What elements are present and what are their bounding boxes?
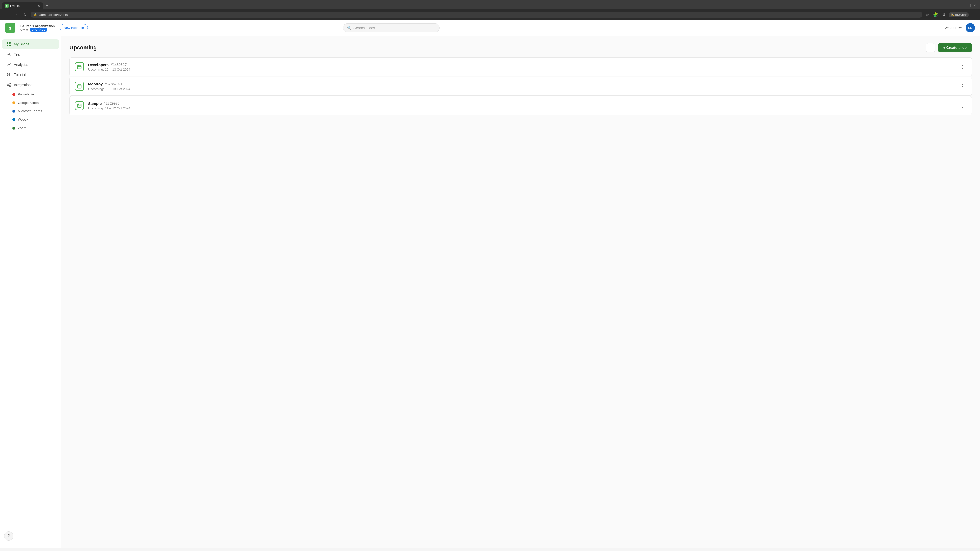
user-avatar[interactable]: LD [966, 23, 975, 32]
event-info: Sample #2329970 Upcoming: 11 – 12 Oct 20… [88, 101, 954, 110]
sidebar-item-team[interactable]: Team [2, 49, 59, 59]
svg-point-6 [8, 53, 10, 54]
back-button[interactable]: ← [3, 11, 10, 18]
powerpoint-dot [12, 93, 15, 96]
content-header: Upcoming + Create slido [69, 43, 972, 52]
new-interface-button[interactable]: New interface [60, 24, 88, 31]
tab-favicon: S [5, 4, 9, 8]
minimize-button[interactable]: — [960, 3, 964, 8]
zoom-label: Zoom [18, 126, 26, 130]
incognito-badge: 🕵 Incognito [948, 12, 969, 17]
tutorials-icon [6, 73, 11, 77]
address-text: admin.sli.do/events [39, 13, 68, 17]
grid-icon [6, 42, 11, 46]
download-button[interactable]: ⬇ [941, 11, 947, 18]
new-tab-button[interactable]: + [44, 2, 51, 10]
svg-rect-3 [9, 42, 11, 44]
google-slides-dot [12, 101, 15, 104]
browser-controls: ← → ↻ 🔒 admin.sli.do/events ☆ 🧩 ⬇ 🕵 Inco… [0, 10, 980, 20]
search-input[interactable] [353, 26, 435, 30]
event-name-row: Sample #2329970 [88, 101, 954, 106]
app-container: s Lauren's organization Owner UPGRADE Ne… [0, 20, 980, 548]
chrome-menu-button[interactable]: ⋮ [971, 11, 977, 18]
sidebar-item-label: Tutorials [14, 73, 27, 77]
forward-button[interactable]: → [12, 11, 19, 18]
table-row[interactable]: Sample #2329970 Upcoming: 11 – 12 Oct 20… [69, 96, 972, 115]
event-date: Upcoming: 11 – 12 Oct 2024 [88, 106, 954, 110]
webex-dot [12, 118, 15, 121]
header-search: 🔍 [343, 24, 440, 32]
event-info: Moodoy #37867021 Upcoming: 10 – 13 Oct 2… [88, 82, 954, 91]
browser-tab[interactable]: S Events × [2, 2, 43, 10]
event-name-row: Moodoy #37867021 [88, 82, 954, 86]
content-actions: + Create slido [926, 43, 972, 52]
tab-title: Events [10, 4, 36, 8]
svg-point-9 [10, 86, 11, 87]
event-name: Moodoy [88, 82, 103, 86]
event-calendar-icon [75, 82, 84, 91]
sidebar-item-google-slides[interactable]: Google Slides [2, 99, 59, 106]
create-slido-button[interactable]: + Create slido [938, 43, 972, 52]
sidebar-item-integrations[interactable]: Integrations [2, 80, 59, 90]
help-button[interactable]: ? [4, 531, 13, 540]
svg-line-11 [8, 85, 10, 86]
reload-button[interactable]: ↻ [21, 11, 29, 18]
slido-logo-icon: s [5, 23, 15, 33]
event-more-button[interactable]: ⋮ [958, 63, 966, 71]
sidebar-item-powerpoint[interactable]: PowerPoint [2, 90, 59, 98]
svg-point-8 [10, 83, 11, 84]
microsoft-teams-label: Microsoft Teams [18, 109, 42, 113]
analytics-icon [6, 62, 11, 67]
bookmark-button[interactable]: ☆ [924, 11, 930, 18]
tab-close-button[interactable]: × [38, 4, 40, 8]
integrations-icon [6, 83, 11, 87]
event-list: Developers #1480327 Upcoming: 10 – 13 Oc… [69, 57, 972, 115]
extensions-button[interactable]: 🧩 [932, 11, 939, 18]
event-id: #1480327 [111, 62, 127, 67]
event-name: Developers [88, 62, 109, 67]
event-more-button[interactable]: ⋮ [958, 102, 966, 110]
sidebar-item-tutorials[interactable]: Tutorials [2, 70, 59, 79]
close-window-button[interactable]: × [974, 3, 976, 8]
org-role-label: Owner [21, 28, 29, 31]
svg-rect-15 [78, 65, 81, 69]
team-icon [6, 52, 11, 57]
filter-button[interactable] [926, 43, 935, 52]
event-id: #2329970 [103, 101, 119, 105]
sidebar-item-my-slidos[interactable]: My Slidos [2, 39, 59, 49]
event-date: Upcoming: 10 – 13 Oct 2024 [88, 87, 954, 91]
sidebar-item-webex[interactable]: Webex [2, 116, 59, 124]
table-row[interactable]: Developers #1480327 Upcoming: 10 – 13 Oc… [69, 57, 972, 76]
event-more-button[interactable]: ⋮ [958, 82, 966, 90]
event-calendar-icon [75, 101, 84, 110]
address-bar[interactable]: 🔒 admin.sli.do/events [30, 12, 922, 17]
sidebar-item-label: Integrations [14, 83, 32, 87]
search-bar: 🔍 [343, 24, 440, 32]
powerpoint-label: PowerPoint [18, 92, 35, 96]
app-header: s Lauren's organization Owner UPGRADE Ne… [0, 20, 980, 36]
upgrade-badge[interactable]: UPGRADE [30, 28, 47, 32]
org-role-row: Owner UPGRADE [21, 28, 55, 32]
webex-label: Webex [18, 118, 28, 121]
svg-point-7 [7, 84, 8, 86]
calendar-icon [77, 65, 82, 69]
sidebar-item-label: Analytics [14, 62, 28, 67]
sidebar-item-label: Team [14, 52, 22, 56]
svg-line-10 [8, 84, 10, 85]
sidebar-item-zoom[interactable]: Zoom [2, 124, 59, 132]
microsoft-teams-dot [12, 110, 15, 113]
event-name: Sample [88, 101, 102, 106]
header-right: What's new LD [945, 23, 975, 32]
sidebar-item-analytics[interactable]: Analytics [2, 60, 59, 69]
search-icon: 🔍 [347, 26, 352, 30]
section-title: Upcoming [69, 44, 97, 51]
whats-new-button[interactable]: What's new [945, 26, 962, 30]
sidebar-item-label: My Slidos [14, 42, 29, 46]
browser-tab-bar: S Events × + — ❐ × [0, 0, 980, 10]
sidebar: My Slidos Team Analytics [0, 36, 61, 548]
table-row[interactable]: Moodoy #37867021 Upcoming: 10 – 13 Oct 2… [69, 77, 972, 96]
event-date: Upcoming: 10 – 13 Oct 2024 [88, 68, 954, 71]
maximize-button[interactable]: ❐ [967, 3, 970, 8]
org-info: Lauren's organization Owner UPGRADE [21, 24, 55, 32]
sidebar-item-microsoft-teams[interactable]: Microsoft Teams [2, 107, 59, 115]
